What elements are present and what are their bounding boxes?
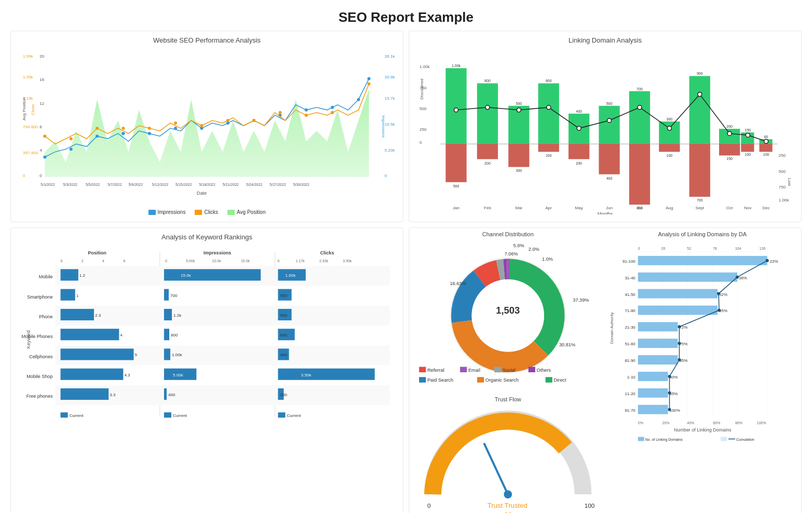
svg-text:80: 80 bbox=[505, 510, 512, 513]
svg-text:7.06%: 7.06% bbox=[505, 251, 518, 256]
svg-rect-282 bbox=[638, 273, 737, 282]
svg-text:10.5k: 10.5k bbox=[385, 122, 395, 127]
svg-text:400: 400 bbox=[168, 393, 175, 397]
svg-rect-189 bbox=[61, 369, 124, 380]
svg-text:0: 0 bbox=[427, 502, 431, 509]
svg-text:6: 6 bbox=[123, 259, 125, 263]
svg-rect-166 bbox=[55, 286, 389, 306]
svg-text:May: May bbox=[575, 206, 583, 210]
svg-rect-303 bbox=[638, 388, 668, 398]
svg-point-311 bbox=[718, 309, 721, 312]
svg-text:0: 0 bbox=[419, 140, 422, 145]
svg-point-130 bbox=[698, 92, 702, 97]
linking-domains-da-chart: Analysis of Linking Domains by DA 0 26 5… bbox=[607, 231, 799, 513]
svg-rect-193 bbox=[164, 269, 261, 281]
svg-point-124 bbox=[517, 108, 521, 112]
svg-text:500: 500 bbox=[419, 106, 427, 111]
svg-point-39 bbox=[278, 111, 281, 114]
svg-text:104: 104 bbox=[735, 247, 741, 250]
svg-text:Nov: Nov bbox=[744, 206, 751, 210]
svg-point-32 bbox=[96, 127, 99, 130]
legend-avg-position: Avg Position bbox=[227, 209, 265, 215]
svg-text:20.9k: 20.9k bbox=[385, 75, 395, 79]
svg-text:1.00k: 1.00k bbox=[172, 353, 183, 358]
svg-text:11-20: 11-20 bbox=[625, 392, 635, 396]
svg-text:5/21/2022: 5/21/2022 bbox=[223, 183, 239, 186]
da-title: Analysis of Linking Domains by DA bbox=[607, 231, 799, 237]
svg-text:Phone: Phone bbox=[39, 314, 52, 319]
svg-text:16.63%: 16.63% bbox=[450, 281, 466, 286]
svg-text:5/1/2022: 5/1/2022 bbox=[40, 183, 55, 186]
svg-rect-199 bbox=[164, 329, 169, 340]
svg-text:1: 1 bbox=[76, 293, 79, 298]
svg-rect-118 bbox=[741, 144, 754, 152]
svg-text:Discovered: Discovered bbox=[419, 78, 424, 99]
svg-point-315 bbox=[668, 375, 671, 378]
svg-rect-300 bbox=[638, 372, 668, 381]
svg-text:200: 200 bbox=[726, 125, 733, 128]
svg-text:1.0%: 1.0% bbox=[542, 257, 553, 262]
seo-performance-title: Website SEO Performance Analysis bbox=[19, 36, 395, 44]
svg-text:Social: Social bbox=[503, 368, 516, 373]
svg-rect-306 bbox=[638, 405, 668, 414]
svg-text:Others: Others bbox=[537, 368, 551, 373]
svg-text:100: 100 bbox=[763, 153, 769, 156]
svg-point-35 bbox=[174, 122, 177, 125]
svg-text:1.00k: 1.00k bbox=[779, 198, 790, 203]
svg-text:750: 750 bbox=[779, 185, 786, 190]
svg-text:1.00k: 1.00k bbox=[452, 64, 461, 68]
svg-text:5/12/2022: 5/12/2022 bbox=[152, 183, 168, 186]
svg-rect-106 bbox=[569, 144, 589, 159]
svg-text:3.3: 3.3 bbox=[110, 393, 116, 397]
svg-text:400: 400 bbox=[280, 353, 287, 358]
svg-point-34 bbox=[148, 127, 151, 130]
svg-text:700: 700 bbox=[637, 87, 643, 91]
svg-text:16: 16 bbox=[39, 77, 44, 82]
svg-rect-100 bbox=[477, 144, 498, 159]
svg-text:Mobile Shop: Mobile Shop bbox=[26, 374, 52, 379]
keyword-rankings-chart: Analysis of Keyword Rankings Position Im… bbox=[10, 227, 403, 513]
svg-rect-179 bbox=[61, 269, 78, 281]
svg-point-128 bbox=[638, 105, 642, 110]
svg-point-19 bbox=[121, 132, 125, 135]
svg-text:500: 500 bbox=[516, 102, 522, 105]
svg-text:22%: 22% bbox=[769, 259, 778, 264]
svg-point-20 bbox=[148, 132, 151, 135]
svg-text:Impressions: Impressions bbox=[381, 115, 386, 138]
svg-text:100: 100 bbox=[666, 154, 672, 157]
svg-text:Keyword: Keyword bbox=[26, 330, 31, 348]
svg-point-308 bbox=[765, 259, 768, 262]
svg-rect-217 bbox=[278, 369, 374, 380]
svg-rect-291 bbox=[638, 322, 678, 332]
svg-point-123 bbox=[485, 105, 490, 110]
svg-point-125 bbox=[547, 105, 551, 110]
svg-point-18 bbox=[96, 134, 99, 138]
svg-text:3.50k: 3.50k bbox=[301, 373, 312, 377]
svg-text:5/9/2022: 5/9/2022 bbox=[128, 183, 142, 186]
svg-text:0: 0 bbox=[277, 259, 279, 263]
linking-domain-chart: Linking Domain Analysis 1.00k 750 500 25… bbox=[409, 31, 802, 222]
svg-rect-225 bbox=[278, 412, 285, 417]
dashboard: Website SEO Performance Analysis 1.99k 1… bbox=[0, 31, 812, 513]
donut-svg: 1,503 37.39% 30.81% 16.63% 7.06% 1.0% 2.… bbox=[412, 240, 604, 391]
linking-domain-svg: 1.00k 750 500 250 0 Discovered 250 500 7… bbox=[417, 47, 793, 214]
svg-text:250: 250 bbox=[779, 153, 786, 158]
svg-point-17 bbox=[70, 147, 73, 151]
avg-position-label: Avg Position bbox=[237, 209, 265, 215]
svg-rect-83 bbox=[599, 106, 619, 144]
svg-text:91-100: 91-100 bbox=[622, 259, 635, 264]
avg-position-color bbox=[227, 210, 235, 215]
svg-text:397.400: 397.400 bbox=[23, 151, 38, 155]
svg-text:Number of Linking Domains: Number of Linking Domains bbox=[674, 428, 732, 433]
svg-text:Oct: Oct bbox=[726, 206, 733, 210]
svg-text:Apr: Apr bbox=[545, 206, 552, 210]
svg-text:500: 500 bbox=[280, 293, 287, 298]
svg-rect-104 bbox=[538, 144, 559, 152]
svg-line-259 bbox=[484, 443, 508, 494]
svg-text:Domain Authority: Domain Authority bbox=[609, 313, 614, 344]
svg-text:12: 12 bbox=[39, 101, 44, 106]
svg-text:4: 4 bbox=[102, 259, 104, 263]
svg-rect-98 bbox=[445, 144, 466, 182]
svg-text:52%: 52% bbox=[719, 292, 727, 297]
svg-rect-116 bbox=[719, 144, 740, 155]
